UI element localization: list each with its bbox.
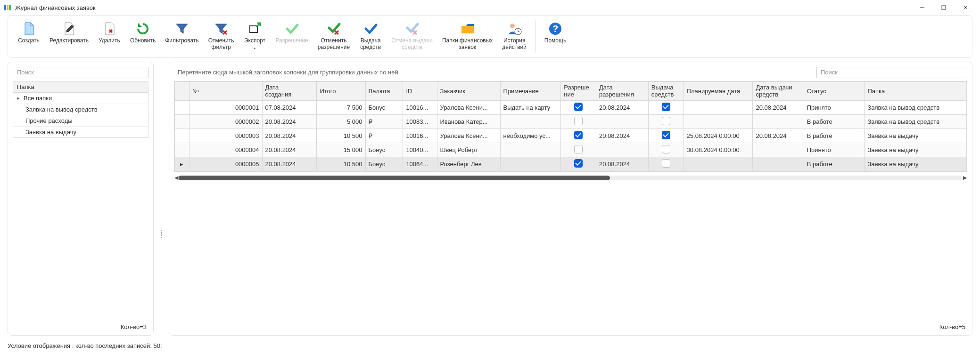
statusbar-text: Условие отображения : кол-во последних з… xyxy=(8,342,162,349)
cell-issue-date xyxy=(753,143,804,157)
delete-label: Удалить xyxy=(99,37,120,44)
col-folder[interactable]: Папка xyxy=(865,81,967,100)
cell-planned: 25.08.2024 0:00:00 xyxy=(684,129,753,143)
col-issue-date[interactable]: Дата выдачи средств xyxy=(753,81,804,100)
maximize-button[interactable] xyxy=(933,0,955,15)
table-row[interactable]: ▸000000520.08.202410 500Бонус10064...Роз… xyxy=(175,157,967,171)
document-new-icon xyxy=(21,22,36,35)
table-row[interactable]: 000000220.08.20245 000₽10083...Иванова К… xyxy=(175,114,967,129)
folder-item-withdraw[interactable]: Заявка на вывод средств xyxy=(13,104,148,115)
edit-button[interactable]: Редактировать xyxy=(47,20,91,46)
ribbon-toolbar: Создать Редактировать Удалить Обновить Ф… xyxy=(8,15,972,58)
folders-button[interactable]: Папки финансовых заявок xyxy=(439,20,495,53)
cell-created: 20.08.2024 xyxy=(262,129,317,143)
grid-header: № Дата создания Итого Валюта ID Заказчик… xyxy=(175,81,967,100)
chevron-right-icon[interactable]: ▸ xyxy=(17,95,24,101)
minimize-button[interactable] xyxy=(911,0,933,15)
cell-permission-date: 20.08.2024 xyxy=(596,100,649,114)
col-currency[interactable]: Валюта xyxy=(365,81,403,100)
col-created[interactable]: Дата создания xyxy=(262,81,317,100)
cell-customer: Швец Роберт xyxy=(437,143,500,157)
folder-item-issue[interactable]: Заявка на выдачу xyxy=(13,127,148,137)
cell-note: необходимо ус... xyxy=(500,129,561,143)
row-indicator-icon xyxy=(175,129,189,143)
cell-num: 0000002 xyxy=(189,114,262,129)
refresh-button[interactable]: Обновить xyxy=(127,20,158,46)
delete-button[interactable]: Удалить xyxy=(95,20,124,46)
col-status[interactable]: Статус xyxy=(804,81,865,100)
group-by-hint[interactable]: Перетяните сюда мышкой заголовок колонки… xyxy=(174,69,816,76)
table-row[interactable]: 000000320.08.202410 500₽10016...Уралова … xyxy=(175,129,967,143)
cancel-permission-button[interactable]: Отменить разрешение xyxy=(315,20,353,53)
scroll-right-icon[interactable]: ▶ xyxy=(963,175,967,181)
cancel-filter-button[interactable]: Отменить фильтр xyxy=(206,20,237,53)
refresh-label: Обновить xyxy=(130,37,156,44)
cell-planned xyxy=(684,157,753,171)
table-row[interactable]: 000000420.08.202415 000Бонус10040...Швец… xyxy=(175,143,967,157)
cancel-filter-label: Отменить фильтр xyxy=(208,37,234,51)
cell-permission-date: 20.08.2024 xyxy=(596,157,649,171)
edit-label: Редактировать xyxy=(49,37,89,44)
col-note[interactable]: Примечание xyxy=(500,81,561,100)
history-button[interactable]: История действий xyxy=(499,20,529,53)
cell-permission-checkbox xyxy=(561,157,596,171)
svg-rect-1 xyxy=(7,5,8,10)
cell-permission-date: 20.08.2024 xyxy=(596,129,649,143)
close-button[interactable] xyxy=(955,0,976,15)
scroll-track[interactable] xyxy=(179,176,963,180)
grid-search-input[interactable] xyxy=(816,67,967,78)
window-controls xyxy=(911,0,976,15)
scroll-thumb[interactable] xyxy=(179,176,610,180)
cell-permission-date xyxy=(596,143,649,157)
cell-issue-checkbox xyxy=(648,100,684,114)
col-issue[interactable]: Выдача средств xyxy=(648,81,684,100)
scroll-left-icon[interactable]: ◀ xyxy=(174,175,179,181)
cancel-issue-button[interactable]: Отмена выдачи средств xyxy=(388,20,436,53)
cell-total: 5 000 xyxy=(317,114,365,129)
export-button[interactable]: Экспорт⌄ xyxy=(240,20,269,53)
cell-issue-date: 20.08.2024 xyxy=(753,100,804,114)
folder-tree-header[interactable]: Папка xyxy=(13,81,148,93)
grid-count: Кол-во=5 xyxy=(174,320,967,330)
document-delete-icon xyxy=(102,22,117,35)
cell-note xyxy=(500,157,561,171)
splitter[interactable] xyxy=(159,62,163,336)
row-indicator-icon xyxy=(175,100,189,114)
horizontal-scrollbar[interactable]: ◀ ▶ xyxy=(174,175,967,181)
table-row[interactable]: 000000107.08.20247 500Бонус10016...Урало… xyxy=(175,100,967,114)
cell-issue-checkbox xyxy=(648,157,684,171)
cell-num: 0000003 xyxy=(189,129,262,143)
cell-currency: Бонус xyxy=(365,157,403,171)
folder-item-other[interactable]: Прочие расходы xyxy=(13,115,148,127)
cell-folder: Заявка на выдачу xyxy=(865,157,967,171)
col-total[interactable]: Итого xyxy=(317,81,365,100)
grid-body: 000000107.08.20247 500Бонус10016...Урало… xyxy=(175,100,967,171)
cell-folder: Заявка на выдачу xyxy=(865,129,967,143)
help-button[interactable]: ? Помощь xyxy=(541,20,569,46)
folder-item-all[interactable]: ▸ Все папки xyxy=(13,93,148,104)
col-num[interactable]: № xyxy=(189,81,262,100)
folder-item-label: Заявка на вывод средств xyxy=(25,106,98,113)
cell-customer: Иванова Катер... xyxy=(437,114,500,129)
cell-id: 10083... xyxy=(403,114,437,129)
permission-button[interactable]: Разрешение xyxy=(272,20,311,46)
col-permission-date[interactable]: Дата разрешения xyxy=(596,81,649,100)
cell-num: 0000004 xyxy=(189,143,262,157)
folders-label: Папки финансовых заявок xyxy=(442,37,493,51)
cell-issue-date xyxy=(753,157,804,171)
data-grid: № Дата создания Итого Валюта ID Заказчик… xyxy=(174,81,967,171)
check-cancel-icon xyxy=(326,22,341,35)
col-permission[interactable]: Разреше ние xyxy=(561,81,596,100)
col-customer[interactable]: Заказчик xyxy=(437,81,500,100)
sidebar-search-input[interactable] xyxy=(13,67,148,78)
col-id[interactable]: ID xyxy=(403,81,437,100)
create-button[interactable]: Создать xyxy=(15,20,43,46)
cell-status: В работе xyxy=(804,129,865,143)
filter-button[interactable]: Фильтровать xyxy=(162,20,201,46)
cell-currency: ₽ xyxy=(365,114,403,129)
col-planned[interactable]: Планируемая дата xyxy=(684,81,753,100)
export-icon xyxy=(247,22,262,35)
issue-funds-button[interactable]: Выдача средств xyxy=(356,20,385,53)
cell-total: 15 000 xyxy=(317,143,365,157)
cell-id: 10040... xyxy=(403,143,437,157)
